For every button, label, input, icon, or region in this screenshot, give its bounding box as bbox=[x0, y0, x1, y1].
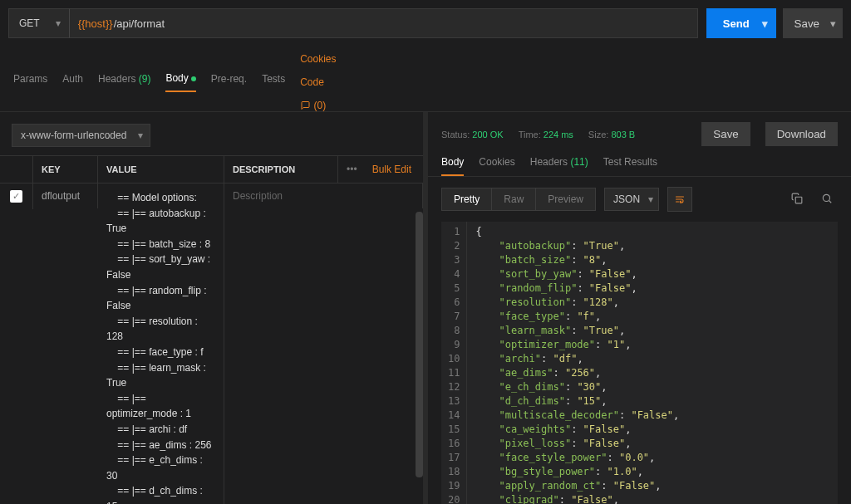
tab-prereq[interactable]: Pre-req. bbox=[211, 73, 247, 91]
link-cookies[interactable]: Cookies bbox=[300, 53, 838, 65]
send-button[interactable]: Send bbox=[706, 8, 776, 38]
search-icon[interactable] bbox=[816, 189, 838, 210]
status-value: 200 OK bbox=[472, 130, 503, 139]
format-select[interactable]: JSON bbox=[604, 188, 659, 211]
url-path: /api/format bbox=[114, 17, 165, 30]
method-value: GET bbox=[19, 17, 40, 29]
resp-tab-tests[interactable]: Test Results bbox=[603, 156, 657, 176]
save-button[interactable]: Save bbox=[783, 8, 843, 38]
col-key: KEY bbox=[33, 156, 98, 183]
tab-tests[interactable]: Tests bbox=[262, 73, 285, 91]
view-raw[interactable]: Raw bbox=[492, 188, 536, 210]
resp-tab-cookies[interactable]: Cookies bbox=[479, 156, 514, 176]
row-key[interactable]: dfloutput bbox=[33, 183, 98, 208]
response-body[interactable]: 12345678910111213141516171819202122 {"au… bbox=[441, 222, 838, 504]
col-desc: DESCRIPTION bbox=[224, 156, 338, 183]
resp-tab-body[interactable]: Body bbox=[441, 156, 464, 176]
view-pretty[interactable]: Pretty bbox=[442, 188, 492, 210]
method-select[interactable]: GET bbox=[8, 8, 69, 38]
wrap-lines-icon[interactable] bbox=[667, 187, 692, 212]
url-input[interactable]: {{host}} /api/format bbox=[69, 8, 698, 38]
link-code[interactable]: Code bbox=[300, 76, 838, 88]
tab-body[interactable]: Body bbox=[165, 72, 195, 92]
row-checkbox[interactable]: ✓ bbox=[10, 190, 22, 203]
body-type-select[interactable]: x-www-form-urlencoded bbox=[12, 124, 150, 147]
download-response-button[interactable]: Download bbox=[765, 122, 838, 146]
save-response-button[interactable]: Save bbox=[701, 122, 750, 146]
copy-icon[interactable] bbox=[786, 189, 808, 210]
tab-headers[interactable]: Headers (9) bbox=[98, 73, 150, 91]
column-options[interactable]: ••• bbox=[338, 164, 366, 175]
tab-params[interactable]: Params bbox=[13, 73, 47, 91]
col-value: VALUE bbox=[98, 156, 224, 183]
svg-line-4 bbox=[829, 200, 831, 203]
size-value: 803 B bbox=[611, 130, 635, 139]
view-preview[interactable]: Preview bbox=[536, 188, 595, 210]
body-modified-dot bbox=[191, 76, 196, 81]
tab-auth[interactable]: Auth bbox=[62, 73, 83, 91]
bulk-edit-link[interactable]: Bulk Edit bbox=[366, 164, 423, 175]
resp-tab-headers[interactable]: Headers (11) bbox=[530, 156, 588, 176]
left-scrollbar[interactable] bbox=[416, 212, 423, 477]
row-value[interactable]: == Model options: == |== autobackup : Tr… bbox=[98, 183, 224, 504]
url-variable: {{host}} bbox=[78, 17, 113, 30]
row-description[interactable]: Description bbox=[224, 183, 423, 208]
time-value: 224 ms bbox=[544, 130, 573, 139]
svg-point-3 bbox=[823, 194, 829, 201]
link-comments[interactable]: (0) bbox=[300, 100, 838, 111]
svg-rect-2 bbox=[795, 197, 802, 203]
